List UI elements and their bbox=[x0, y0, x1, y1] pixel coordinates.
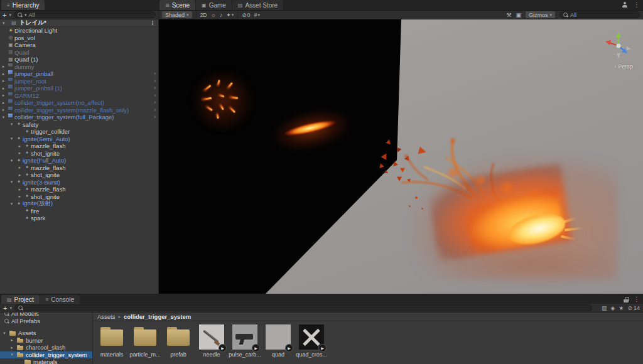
hierarchy-item[interactable]: ◎pos_vol bbox=[0, 35, 158, 42]
hierarchy-item[interactable]: ▸jumper_root› bbox=[0, 78, 158, 85]
folder-item[interactable]: ▾collider_trigger_system bbox=[0, 351, 92, 359]
project-search-input[interactable] bbox=[14, 304, 592, 311]
tab-scene[interactable]: ⊞ Scene bbox=[159, 0, 195, 10]
folder-asset-item[interactable]: prefab bbox=[163, 324, 193, 358]
prefab-open-arrow[interactable]: › bbox=[154, 78, 158, 84]
scene-header-row[interactable]: ▾ ▤ トレイル* ⋮ bbox=[0, 19, 158, 27]
folder-item[interactable]: materials bbox=[0, 358, 92, 364]
fold-right-icon[interactable]: ▸ bbox=[16, 144, 23, 149]
scene-viewport[interactable]: ‹ Persp bbox=[159, 19, 643, 294]
fold-down-icon[interactable]: ▾ bbox=[0, 115, 7, 120]
fold-down-icon[interactable]: ▾ bbox=[8, 158, 15, 163]
prefab-open-arrow[interactable]: › bbox=[154, 85, 158, 91]
hierarchy-item[interactable]: ☀Directional Light bbox=[0, 27, 158, 35]
hierarchy-item[interactable]: ▾✦safety bbox=[0, 121, 158, 129]
prefab-open-arrow[interactable]: › bbox=[154, 93, 158, 99]
kebab-menu-icon[interactable]: ⋮ bbox=[149, 20, 156, 26]
orientation-gizmo[interactable] bbox=[602, 29, 635, 61]
hierarchy-item[interactable]: ▸✦shot_ignite bbox=[0, 171, 158, 179]
fold-right-icon[interactable]: ▸ bbox=[16, 187, 23, 192]
hierarchy-item[interactable]: ▸jumper_pinball (1)› bbox=[0, 85, 158, 92]
breadcrumb-root[interactable]: Assets bbox=[97, 313, 116, 320]
hierarchy-item[interactable]: ▸✦mazzle_flash bbox=[0, 186, 158, 193]
hierarchy-item[interactable]: ▣Camera bbox=[0, 41, 158, 49]
fold-down-icon[interactable]: ▾ bbox=[8, 179, 15, 185]
prefab-open-arrow[interactable]: › bbox=[154, 71, 158, 77]
fold-right-icon[interactable]: ▸ bbox=[0, 93, 7, 98]
tab-game[interactable]: ▣ Game bbox=[196, 0, 232, 10]
tab-asset-store[interactable]: ▤ Asset Store bbox=[232, 0, 283, 10]
tab-hierarchy[interactable]: ≡ Hierarchy bbox=[1, 0, 45, 10]
toggle-2d-button[interactable]: 2D bbox=[200, 12, 207, 18]
prefab-open-arrow[interactable]: › bbox=[154, 114, 158, 120]
fold-down-icon[interactable]: ▾ bbox=[1, 331, 8, 336]
account-icon[interactable] bbox=[622, 2, 628, 8]
hierarchy-item[interactable]: ▦Quad bbox=[0, 49, 158, 56]
folder-asset-item[interactable]: materials bbox=[97, 324, 127, 358]
fold-down-icon[interactable]: ▾ bbox=[9, 352, 15, 357]
create-button[interactable]: + bbox=[3, 305, 7, 311]
favorite-item[interactable]: All Models bbox=[0, 313, 92, 318]
folder-item[interactable]: ▸burner bbox=[0, 337, 92, 345]
play-button[interactable]: ▶ bbox=[219, 344, 227, 352]
prefab-open-arrow[interactable]: › bbox=[154, 100, 158, 105]
hierarchy-item[interactable]: ▾collider_trigger_system(full_Package)› bbox=[0, 114, 158, 121]
hierarchy-item[interactable]: ▸✦mazzle_flash bbox=[0, 142, 158, 150]
breadcrumb-current[interactable]: collider_trigger_system bbox=[124, 313, 191, 320]
fold-down-icon[interactable]: ▾ bbox=[8, 201, 15, 206]
chevron-down-icon[interactable]: ▾ bbox=[9, 306, 12, 310]
hierarchy-item[interactable]: ▸GARM12› bbox=[0, 92, 158, 100]
scene-visibility-toggle[interactable]: ⊘ 0 bbox=[242, 12, 250, 18]
asset-item[interactable]: ▶quad bbox=[263, 324, 293, 358]
fold-right-icon[interactable]: ▸ bbox=[0, 86, 7, 91]
chevron-down-icon[interactable]: ▾ bbox=[9, 13, 11, 17]
prefab-open-arrow[interactable]: › bbox=[154, 107, 158, 113]
camera-settings-icon[interactable]: ▣ bbox=[516, 12, 521, 18]
tools-icon[interactable]: ⚒ bbox=[506, 12, 511, 18]
folder-item[interactable]: ▸charcool_slash bbox=[0, 344, 92, 351]
hierarchy-item[interactable]: ▾✦ignite(Semi_Auto) bbox=[0, 136, 158, 143]
hierarchy-item[interactable]: ✦trigger_collider bbox=[0, 128, 158, 136]
lighting-toggle-icon[interactable]: ☼ bbox=[210, 12, 215, 18]
star-icon[interactable]: ★ bbox=[619, 305, 624, 311]
fold-right-icon[interactable]: ▸ bbox=[16, 165, 23, 170]
fold-right-icon[interactable]: ▸ bbox=[9, 345, 15, 350]
play-button[interactable]: ▶ bbox=[252, 344, 260, 352]
hierarchy-item[interactable]: ▾✦ignite(3-Burst) bbox=[0, 179, 158, 186]
folder-item[interactable]: ▾Assets bbox=[0, 329, 92, 337]
kebab-menu-icon[interactable]: ⋮ bbox=[634, 296, 640, 302]
fold-down-icon[interactable]: ▾ bbox=[8, 122, 15, 127]
fold-right-icon[interactable]: ▸ bbox=[0, 100, 7, 105]
fold-right-icon[interactable]: ▸ bbox=[0, 72, 7, 77]
create-button[interactable]: + bbox=[3, 12, 6, 18]
hierarchy-item[interactable]: ▸collider_trigger_system(no_effect)› bbox=[0, 99, 158, 107]
fold-right-icon[interactable]: ▸ bbox=[0, 78, 7, 83]
grid-dropdown[interactable]: # ▾ bbox=[254, 12, 261, 18]
hierarchy-item[interactable]: ▾✦ignite(Full_Auto) bbox=[0, 157, 158, 164]
asset-item[interactable]: ▶pulse_carb... bbox=[230, 324, 260, 358]
lock-icon[interactable] bbox=[624, 297, 629, 302]
effects-dropdown[interactable]: ✦ ▾ bbox=[226, 12, 234, 18]
fold-right-icon[interactable]: ▸ bbox=[9, 338, 15, 343]
hierarchy-item[interactable]: ▸dummy bbox=[0, 63, 158, 71]
hierarchy-item[interactable]: ▦Quad (1) bbox=[0, 56, 158, 63]
hierarchy-item[interactable]: ✦spark bbox=[0, 215, 158, 222]
hierarchy-item[interactable]: ▸✦shot_ignite bbox=[0, 150, 158, 158]
fold-right-icon[interactable]: ▸ bbox=[16, 194, 23, 199]
hierarchy-item[interactable]: ▸jumper_pinball› bbox=[0, 70, 158, 78]
asset-item[interactable]: ▶quad_cros... bbox=[296, 324, 327, 358]
hierarchy-item[interactable]: ▸collider_trigger_system(mazzle_flash_on… bbox=[0, 107, 158, 114]
columns-icon[interactable]: ▥ bbox=[602, 305, 607, 311]
fold-right-icon[interactable]: ▸ bbox=[0, 64, 7, 69]
play-button[interactable]: ▶ bbox=[285, 344, 293, 352]
kebab-menu-icon[interactable]: ⋮ bbox=[634, 2, 640, 8]
fold-right-icon[interactable]: ▸ bbox=[0, 107, 7, 112]
tab-console[interactable]: ≡ Console bbox=[40, 295, 80, 304]
asset-item[interactable]: ▶needle bbox=[197, 324, 227, 358]
fold-down-icon[interactable]: ▾ bbox=[3, 21, 8, 26]
projection-mode-label[interactable]: ‹ Persp bbox=[614, 63, 633, 70]
fold-right-icon[interactable]: ▸ bbox=[16, 151, 23, 156]
fold-down-icon[interactable]: ▾ bbox=[8, 136, 15, 141]
scene-search-input[interactable]: All bbox=[559, 11, 640, 18]
tab-project[interactable]: ▤ Project bbox=[1, 295, 40, 304]
